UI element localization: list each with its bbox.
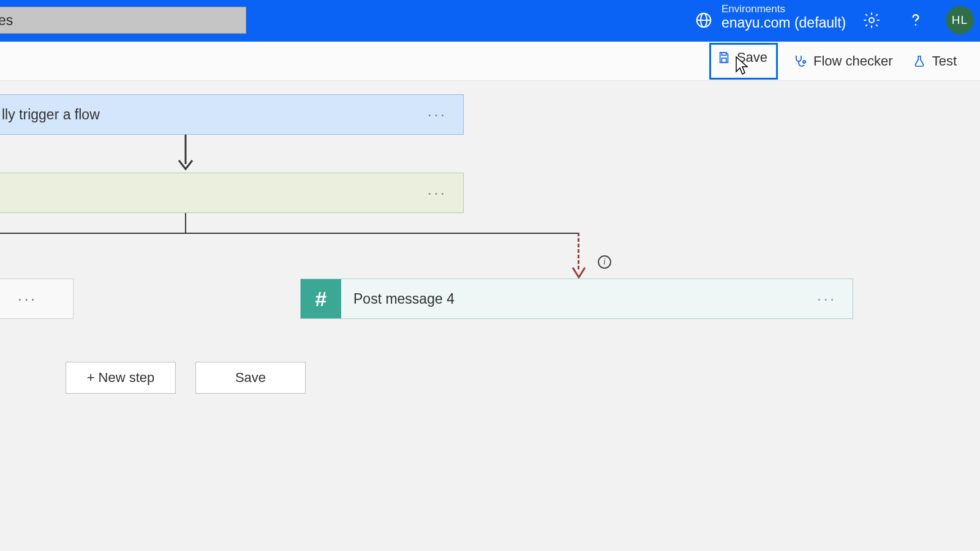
flow-checker-button[interactable]: Flow checker <box>788 51 898 72</box>
flask-icon <box>913 54 926 68</box>
save-button[interactable]: Save <box>709 43 778 80</box>
environment-label: Environments <box>722 4 846 14</box>
globe-icon[interactable] <box>695 11 713 29</box>
connector-line <box>185 213 186 234</box>
search-input[interactable]: es <box>0 7 246 34</box>
new-step-label: + New step <box>87 370 155 386</box>
post-message-title: Post message 4 <box>341 291 454 307</box>
save-label-bottom: Save <box>235 370 266 386</box>
connector-line <box>0 233 579 234</box>
svg-point-7 <box>803 61 805 63</box>
flow-canvas[interactable]: lly trigger a flow ··· ··· i ··· # Post … <box>0 81 980 551</box>
arrow-down-icon <box>185 135 186 173</box>
app-header: es Environments enayu.com (default) HL <box>0 0 980 42</box>
ellipsis-icon[interactable]: ··· <box>428 184 463 201</box>
save-icon <box>717 51 731 64</box>
action-card[interactable]: ··· <box>0 173 464 213</box>
connector-dashed <box>578 233 579 269</box>
svg-rect-5 <box>722 53 726 56</box>
save-button-bottom[interactable]: Save <box>195 362 306 394</box>
ellipsis-icon[interactable]: ··· <box>428 106 463 123</box>
trigger-card[interactable]: lly trigger a flow ··· <box>0 94 464 135</box>
svg-rect-6 <box>722 58 726 62</box>
save-label: Save <box>737 50 767 66</box>
trigger-title: lly trigger a flow <box>2 107 100 123</box>
test-button[interactable]: Test <box>908 51 962 72</box>
avatar[interactable]: HL <box>946 6 974 34</box>
avatar-initials: HL <box>952 13 968 27</box>
gear-icon[interactable] <box>862 11 881 29</box>
test-label: Test <box>932 53 957 69</box>
help-icon[interactable] <box>907 11 925 29</box>
arrow-down-icon <box>571 266 586 280</box>
environment-name: enayu.com (default) <box>722 14 846 31</box>
command-bar: Save Flow checker Test <box>0 42 980 81</box>
collapsed-branch-card[interactable]: ··· <box>0 279 74 319</box>
search-text: es <box>0 12 13 29</box>
svg-point-3 <box>869 18 874 23</box>
bottom-actions: + New step Save <box>66 362 306 394</box>
hash-icon: # <box>301 279 341 318</box>
info-icon[interactable]: i <box>598 255 611 269</box>
post-message-card[interactable]: # Post message 4 ··· <box>300 279 853 319</box>
ellipsis-icon[interactable]: ··· <box>817 290 853 307</box>
new-step-button[interactable]: + New step <box>66 362 176 394</box>
environment-picker[interactable]: Environments enayu.com (default) <box>722 4 846 31</box>
ellipsis-icon[interactable]: ··· <box>18 290 37 307</box>
stethoscope-icon <box>793 54 807 69</box>
flow-checker-label: Flow checker <box>813 53 893 69</box>
svg-point-4 <box>915 24 917 26</box>
